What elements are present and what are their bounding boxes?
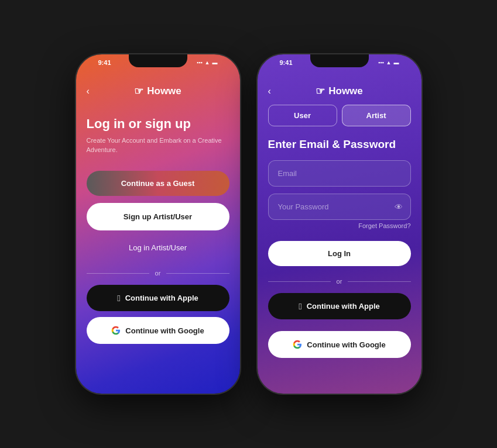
apple-icon-1:  <box>117 293 120 303</box>
battery-icon: ▬ <box>212 60 218 66</box>
email-input[interactable] <box>268 160 411 187</box>
divider-2: or <box>268 278 411 285</box>
login-title: Log in or sign up <box>87 116 229 132</box>
app-logo-1: ☞ Howwe <box>134 85 181 98</box>
login-button[interactable]: Log In <box>268 241 411 266</box>
phone-2: 9:41 ▪▪▪ ▲ ▬ ‹ ☞ Howwe User Artist <box>258 54 421 394</box>
divider-line-right-1 <box>166 273 229 274</box>
forgot-password-link[interactable]: Forget Password? <box>358 222 410 229</box>
app-header-2: ‹ ☞ Howwe <box>268 68 411 105</box>
google-icon-2 <box>293 340 302 349</box>
apple-btn-label-2: Continue with Apple <box>307 302 380 311</box>
continue-guest-button[interactable]: Continue as a Guest <box>87 171 229 196</box>
google-btn-label-2: Continue with Google <box>307 340 385 349</box>
tab-row: User Artist <box>268 105 411 126</box>
app-logo-2: ☞ Howwe <box>316 85 363 98</box>
status-icons-1: ▪▪▪ ▲ ▬ <box>197 60 218 66</box>
login-subtitle: Create Your Account and Embark on a Crea… <box>87 136 229 154</box>
logo-icon-1: ☞ <box>134 85 143 98</box>
logo-icon-2: ☞ <box>316 85 325 98</box>
phone1-body: Log in or sign up Create Your Account an… <box>87 105 229 394</box>
login-link-button[interactable]: Log in Artist/User <box>87 237 229 258</box>
divider-text-2: or <box>337 278 342 285</box>
wifi-icon-2: ▲ <box>386 60 392 66</box>
forgot-row: Forget Password? <box>268 222 411 229</box>
eye-icon[interactable]: 👁︎ <box>395 202 403 212</box>
divider-1: or <box>87 270 229 277</box>
logo-text-1: Howwe <box>147 85 181 97</box>
signal-icon-2: ▪▪▪ <box>378 60 384 66</box>
tab-artist[interactable]: Artist <box>342 105 411 126</box>
signup-button[interactable]: Sign up Artist/User <box>87 203 229 230</box>
tab-user[interactable]: User <box>268 105 337 126</box>
divider-line-left-2 <box>268 281 331 282</box>
continue-apple-button-2[interactable]:  Continue with Apple <box>268 293 411 319</box>
email-title: Enter Email & Password <box>268 138 411 151</box>
status-icons-2: ▪▪▪ ▲ ▬ <box>378 60 399 66</box>
continue-google-button-1[interactable]: Continue with Google <box>87 317 229 344</box>
continue-apple-button-1[interactable]:  Continue with Apple <box>87 285 229 311</box>
divider-line-left-1 <box>87 273 149 274</box>
back-button-1[interactable]: ‹ <box>87 86 90 97</box>
app-header-1: ‹ ☞ Howwe <box>87 68 229 105</box>
back-button-2[interactable]: ‹ <box>268 86 271 97</box>
google-btn-label-1: Continue with Google <box>125 326 204 335</box>
notch-1 <box>129 54 187 67</box>
battery-icon-2: ▬ <box>394 60 399 66</box>
phone-1: 9:41 ▪▪▪ ▲ ▬ ‹ ☞ Howwe Log in or sign up… <box>76 54 240 394</box>
divider-line-right-2 <box>348 281 410 282</box>
google-icon-1 <box>111 326 121 335</box>
notch-2 <box>310 54 369 67</box>
continue-google-button-2[interactable]: Continue with Google <box>268 331 411 358</box>
time-1: 9:41 <box>98 59 111 66</box>
password-input[interactable] <box>268 194 411 220</box>
divider-text-1: or <box>155 270 161 277</box>
time-2: 9:41 <box>280 59 293 66</box>
apple-icon-2:  <box>299 301 301 311</box>
wifi-icon: ▲ <box>205 60 210 66</box>
apple-btn-label-1: Continue with Apple <box>125 294 198 302</box>
logo-text-2: Howwe <box>328 85 363 97</box>
password-wrapper: 👁︎ <box>268 194 411 220</box>
signal-icon: ▪▪▪ <box>197 60 203 66</box>
